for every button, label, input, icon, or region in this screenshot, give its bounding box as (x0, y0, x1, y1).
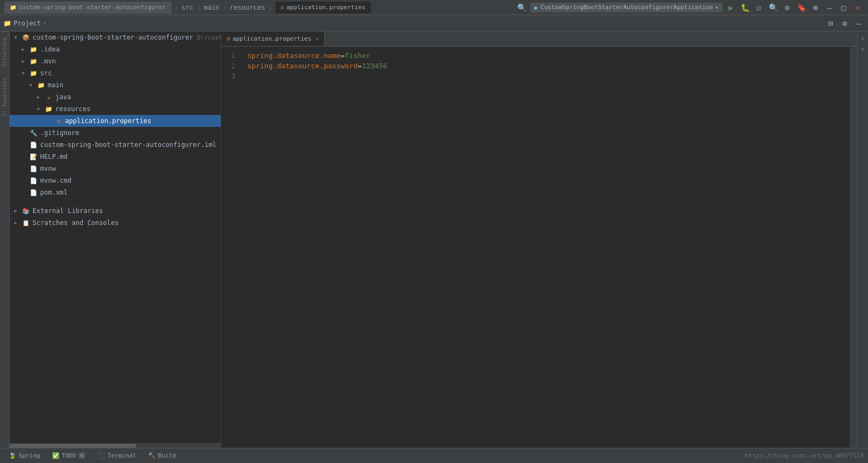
mvnw-label: mvnw (40, 165, 56, 172)
pom-label: pom.xml (40, 189, 68, 196)
code-line-2: spring.datasource.password=123456 (247, 61, 845, 72)
breadcrumb-main[interactable]: main (204, 4, 220, 11)
editor-right-gutter (850, 47, 857, 448)
mvnwcmd-icon: 📄 (29, 176, 38, 185)
java-arrow: ▶ (37, 94, 44, 100)
tree-item-java[interactable]: ▶ ☕ java (10, 91, 221, 103)
bottom-right-info: https://blog.csdn.net/qq_40977118 (745, 452, 864, 459)
project-folder-icon2: 📁 (3, 20, 11, 27)
minimize-btn[interactable]: — (824, 2, 835, 14)
active-file-tab[interactable]: ⚙ application.properties (275, 2, 371, 14)
active-tab-label: application.properties (286, 4, 365, 11)
code-line-3 (247, 72, 845, 82)
right-icon-1[interactable]: ≡ (859, 34, 867, 42)
mvn-arrow: ▶ (22, 59, 29, 64)
ext-icon: 📚 (22, 207, 30, 215)
idea-label: .idea (40, 46, 60, 53)
breadcrumb-sep2: › (196, 4, 200, 11)
tree-body: ▼ 📦 custom-spring-boot-starter-autoconfi… (10, 31, 221, 443)
tab-close-btn[interactable]: ✕ (316, 36, 319, 42)
tree-item-iml[interactable]: 📄 custom-spring-boot-starter-autoconfigu… (10, 139, 221, 151)
editor-tab-app-props[interactable]: ⚙ application.properties ✕ (221, 31, 325, 46)
line-numbers: 1 2 3 (221, 47, 243, 448)
run-btn[interactable]: ▶ (725, 2, 737, 14)
scratch-label: Scratches and Consoles (33, 219, 119, 227)
tree-root[interactable]: ▼ 📦 custom-spring-boot-starter-autoconfi… (10, 31, 221, 43)
spring-tab[interactable]: 🍃 Spring (4, 451, 44, 460)
tree-item-mvnw[interactable]: 📄 mvnw (10, 163, 221, 175)
build-tab[interactable]: 🔨 Build (144, 451, 180, 460)
favorites-side-label[interactable]: 2: Favorites (1, 72, 9, 122)
structure-side-label[interactable]: Structure (1, 31, 9, 72)
settings-btn[interactable]: ⚙ (781, 2, 793, 14)
tree-item-external-libs[interactable]: ▶ 📚 External Libraries (10, 205, 221, 217)
help-label: HELP.md (40, 153, 68, 160)
tree-item-resources[interactable]: ▼ 📁 resources (10, 103, 221, 115)
search-everywhere-btn[interactable]: 🔍 (516, 2, 528, 14)
src-icon: 📁 (29, 69, 38, 78)
line-num-1: 1 (221, 51, 240, 61)
build-label: Build (158, 452, 176, 459)
todo-icon: ✅ (52, 452, 60, 459)
tree-item-pom[interactable]: 📄 pom.xml (10, 187, 221, 198)
bookmark-btn[interactable]: 🔖 (795, 2, 807, 14)
todo-count: 6 (78, 453, 86, 459)
todo-label: TODO (62, 452, 76, 459)
tree-scrollbar[interactable] (10, 443, 221, 448)
line-num-2: 2 (221, 61, 240, 72)
project-dropdown-label: Project (14, 20, 41, 27)
tree-item-main[interactable]: ▼ 📁 main (10, 79, 221, 91)
code-val-1: fisher (345, 50, 370, 62)
project-dropdown[interactable]: 📁 Project ▾ (3, 20, 47, 27)
root-path: D:/custom-spring-boot-star... (197, 34, 221, 41)
tree-item-mvnwcmd[interactable]: 📄 mvnw.cmd (10, 175, 221, 187)
app-props-icon: ⚙ (54, 117, 63, 125)
code-key-2: spring.datasource.password (247, 61, 358, 72)
close-btn[interactable]: ✕ (852, 2, 864, 14)
tree-item-mvn[interactable]: ▶ 📁 .mvn (10, 55, 221, 67)
app-props-label: application.properties (65, 117, 151, 125)
java-icon: ☕ (44, 93, 53, 101)
tree-item-gitignore[interactable]: 🔧 .gitignore (10, 127, 221, 139)
breadcrumb-resources[interactable]: resources (230, 4, 265, 11)
tree-item-help[interactable]: 📝 HELP.md (10, 151, 221, 163)
tab-props-label: application.properties (233, 35, 312, 42)
pom-icon: 📄 (29, 188, 38, 197)
editor-area: 1 2 3 spring.datasource.name=fisher spri… (221, 47, 857, 448)
breadcrumb-sep4: › (268, 4, 272, 11)
terminal-tab[interactable]: ⬛ Terminal (93, 451, 140, 460)
maximize-btn[interactable]: □ (838, 2, 850, 14)
code-eq-2: = (358, 61, 362, 72)
collapse-all-btn[interactable]: ⊟ (825, 17, 837, 29)
tree-item-src[interactable]: ▼ 📁 src (10, 67, 221, 79)
close2-btn[interactable]: — (853, 17, 865, 29)
git-icon: 🔧 (29, 128, 38, 137)
coverage-btn[interactable]: ☑ (753, 2, 765, 14)
debug-btn[interactable]: 🐛 (739, 2, 751, 14)
tree-item-app-props[interactable]: ⚙ application.properties (10, 115, 221, 127)
layout-btn[interactable]: ⊞ (809, 2, 821, 14)
tree-item-scratches[interactable]: ▶ 📋 Scratches and Consoles (10, 217, 221, 229)
project-tab[interactable]: 📁 custom-spring-boot-starter-autoconfigu… (4, 2, 171, 14)
right-panel-strip: ≡ ⊕ (857, 31, 868, 448)
run-configuration[interactable]: ▶ CustomSpringBootStarterAutoconfigurerA… (530, 3, 723, 12)
mvn-icon: 📁 (29, 57, 38, 66)
breadcrumb-src[interactable]: src (182, 4, 194, 11)
main-icon: 📁 (37, 81, 46, 89)
code-editor[interactable]: spring.datasource.name=fisher spring.dat… (243, 47, 850, 448)
run-config-chevron: ▾ (715, 4, 718, 10)
props-icon: ⚙ (281, 4, 284, 10)
idea-icon: 📁 (29, 45, 38, 54)
right-icon-2[interactable]: ⊕ (859, 44, 867, 53)
main-arrow: ▼ (29, 82, 37, 88)
second-toolbar-actions: ⊟ ⚙ — (825, 17, 865, 29)
tree-item-idea[interactable]: ▶ 📁 .idea (10, 43, 221, 55)
breadcrumb-sep1: › (175, 4, 178, 11)
src-label: src (40, 69, 52, 77)
iml-icon: 📄 (29, 140, 38, 149)
resources-arrow: ▼ (37, 106, 44, 112)
todo-tab[interactable]: ✅ TODO 6 (48, 451, 91, 460)
settings2-btn[interactable]: ⚙ (839, 17, 851, 29)
tree-scrollbar-thumb[interactable] (10, 444, 136, 448)
search-btn[interactable]: 🔍 (767, 2, 779, 14)
